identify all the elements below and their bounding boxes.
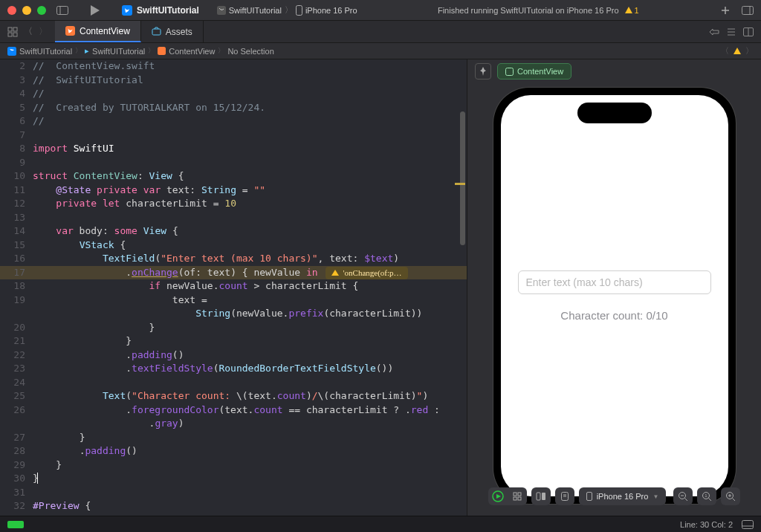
code-line[interactable]: 13: [0, 211, 467, 225]
scheme-selector[interactable]: SwiftUITutorial: [122, 5, 199, 16]
code-content[interactable]: [33, 376, 467, 390]
code-line[interactable]: 10struct ContentView: View {: [0, 169, 467, 184]
code-line[interactable]: 4//: [0, 87, 467, 101]
tab-contentview[interactable]: ContentView: [55, 21, 141, 42]
code-content[interactable]: #Preview {: [33, 499, 467, 513]
code-content[interactable]: .foregroundColor(text.count == character…: [33, 403, 467, 418]
code-line[interactable]: 23 .textFieldStyle(RoundedBorderTextFiel…: [0, 362, 467, 376]
code-content[interactable]: private let characterLimit = 10: [33, 197, 467, 211]
code-content[interactable]: [33, 129, 467, 143]
chevron-right-icon[interactable]: 〉: [745, 45, 754, 56]
selectable-preview-button[interactable]: [508, 487, 527, 505]
forward-button[interactable]: 〉: [39, 25, 48, 38]
code-line[interactable]: 16 TextField("Enter text (max 10 chars)"…: [0, 252, 467, 266]
code-content[interactable]: }: [33, 472, 467, 486]
zoom-in-button[interactable]: [721, 487, 740, 505]
preview-device-selector[interactable]: iPhone 16 Pro ▼: [579, 487, 667, 505]
code-line[interactable]: 30}: [0, 472, 467, 486]
code-line[interactable]: 9: [0, 156, 467, 170]
pin-preview-button[interactable]: [475, 63, 491, 80]
code-line[interactable]: 7: [0, 129, 467, 143]
code-line[interactable]: 26 .foregroundColor(text.count == charac…: [0, 403, 467, 418]
code-line[interactable]: 6//: [0, 114, 467, 129]
code-line[interactable]: .gray): [0, 417, 467, 431]
code-line[interactable]: 20 }: [0, 321, 467, 335]
adjust-editor-icon[interactable]: [727, 27, 736, 36]
variants-button[interactable]: [531, 487, 551, 505]
build-success-indicator[interactable]: [7, 521, 24, 528]
code-content[interactable]: }: [33, 321, 467, 335]
add-tab-button[interactable]: [719, 4, 731, 16]
code-line[interactable]: 2// ContentView.swift: [0, 59, 467, 74]
scrollbar-thumb[interactable]: [460, 111, 465, 245]
run-button[interactable]: [89, 4, 101, 16]
chevron-left-icon[interactable]: 〈: [721, 45, 729, 56]
code-line[interactable]: 3// SwiftUITutorial: [0, 74, 467, 88]
code-line[interactable]: 32#Preview {: [0, 499, 467, 513]
code-content[interactable]: @State private var text: String = "": [33, 184, 467, 198]
code-line[interactable]: 24: [0, 376, 467, 390]
code-content[interactable]: struct ContentView: View {: [33, 169, 467, 184]
code-content[interactable]: VStack {: [33, 239, 467, 253]
code-line[interactable]: 11 @State private var text: String = "": [0, 184, 467, 198]
zoom-fit-button[interactable]: 1: [697, 487, 716, 505]
code-content[interactable]: import SwiftUI: [33, 142, 467, 156]
code-content[interactable]: .onChange(of: text) { newValue in'onChan…: [33, 266, 467, 280]
editor-scrollbar[interactable]: [459, 59, 465, 516]
editor-layout-icon[interactable]: [743, 27, 754, 36]
code-content[interactable]: String(newValue.prefix(characterLimit)): [33, 307, 467, 321]
preview-textfield[interactable]: Enter text (max 10 chars): [518, 270, 711, 294]
code-line[interactable]: 8import SwiftUI: [0, 142, 467, 156]
cursor-position[interactable]: Line: 30 Col: 2: [680, 520, 733, 529]
code-line[interactable]: 22 .padding(): [0, 348, 467, 363]
minimize-window-button[interactable]: [22, 6, 31, 15]
navigator-toggle-icon[interactable]: [56, 4, 68, 16]
zoom-window-button[interactable]: [37, 6, 46, 15]
recent-files-icon[interactable]: [709, 27, 719, 36]
code-content[interactable]: }: [33, 458, 467, 473]
zoom-out-button[interactable]: [673, 487, 693, 505]
code-line[interactable]: 18 if newValue.count > characterLimit {: [0, 279, 467, 293]
code-content[interactable]: [33, 156, 467, 170]
code-content[interactable]: .textFieldStyle(RoundedBorderTextFieldSt…: [33, 362, 467, 376]
code-content[interactable]: //: [33, 87, 467, 101]
back-button[interactable]: 〈: [24, 25, 33, 38]
code-line[interactable]: 25 Text("Character count: \(text.count)/…: [0, 389, 467, 403]
code-content[interactable]: // SwiftUITutorial: [33, 74, 467, 88]
breadcrumb-item[interactable]: SwiftUITutorial: [19, 47, 72, 56]
code-editor[interactable]: 2// ContentView.swift3// SwiftUITutorial…: [0, 59, 467, 516]
preview-selector-chip[interactable]: ContentView: [497, 63, 571, 80]
inline-warning[interactable]: 'onChange(of:p…: [326, 267, 408, 279]
breadcrumb-item[interactable]: SwiftUITutorial: [92, 47, 145, 56]
bottom-panel-toggle-icon[interactable]: [742, 520, 754, 529]
code-content[interactable]: if newValue.count > characterLimit {: [33, 279, 467, 293]
warning-indicator[interactable]: [734, 48, 741, 54]
code-content[interactable]: Text("Character count: \(text.count)/\(c…: [33, 389, 467, 403]
breadcrumb-item[interactable]: ContentView: [169, 47, 215, 56]
code-content[interactable]: // Created by TUTORIALKART on 15/12/24.: [33, 101, 467, 115]
code-line[interactable]: 28 .padding(): [0, 444, 467, 458]
code-line[interactable]: 21 }: [0, 334, 467, 348]
code-line[interactable]: 14 var body: some View {: [0, 224, 467, 239]
code-line[interactable]: 27 }: [0, 431, 467, 445]
code-content[interactable]: .gray): [33, 417, 467, 431]
code-line[interactable]: String(newValue.prefix(characterLimit)): [0, 307, 467, 321]
code-line[interactable]: 19 text =: [0, 293, 467, 308]
code-content[interactable]: }: [33, 431, 467, 445]
code-content[interactable]: .padding(): [33, 348, 467, 363]
code-line[interactable]: 12 private let characterLimit = 10: [0, 197, 467, 211]
code-content[interactable]: [33, 211, 467, 225]
code-content[interactable]: //: [33, 114, 467, 129]
preview-canvas[interactable]: Enter text (max 10 chars) Character coun…: [467, 83, 761, 516]
code-content[interactable]: // ContentView.swift: [33, 59, 467, 74]
run-destination[interactable]: SwiftUITutorial 〉 iPhone 16 Pro: [217, 4, 357, 16]
code-line[interactable]: 17 .onChange(of: text) { newValue in'onC…: [0, 266, 467, 280]
related-items-icon[interactable]: [7, 27, 18, 37]
warning-badge[interactable]: 1: [625, 6, 639, 15]
code-content[interactable]: var body: some View {: [33, 224, 467, 239]
code-content[interactable]: [33, 486, 467, 500]
live-preview-button[interactable]: [488, 487, 508, 505]
code-content[interactable]: .padding(): [33, 444, 467, 458]
device-settings-button[interactable]: [555, 487, 574, 505]
code-line[interactable]: 29 }: [0, 458, 467, 473]
